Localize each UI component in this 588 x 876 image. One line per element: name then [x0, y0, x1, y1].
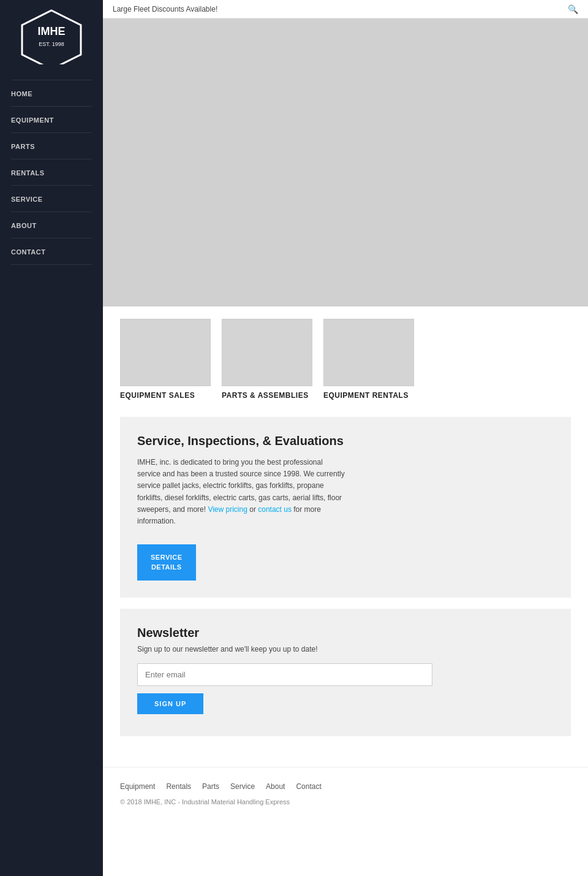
contact-us-link[interactable]: contact us — [258, 505, 292, 514]
svg-text:IMHE: IMHE — [38, 25, 66, 37]
footer-link-about[interactable]: About — [266, 782, 285, 791]
email-input[interactable] — [137, 663, 432, 686]
sidebar-item-about[interactable]: ABOUT — [11, 212, 92, 238]
card-label-equipment-rentals: EQUIPMENT RENTALS — [323, 391, 414, 400]
copyright: © 2018 IMHE, INC - Industrial Material H… — [120, 798, 290, 806]
newsletter-title: Newsletter — [137, 626, 554, 640]
sidebar-item-parts[interactable]: PARTS — [11, 133, 92, 159]
service-section: Service, Inspections, & Evaluations IMHE… — [120, 417, 571, 598]
footer-link-equipment[interactable]: Equipment — [120, 782, 155, 791]
sidebar-item-rentals[interactable]: RENTALS — [11, 159, 92, 186]
card-image-parts-assemblies — [222, 319, 312, 386]
service-or: or — [247, 505, 258, 514]
sidebar-nav: HOME EQUIPMENT PARTS RENTALS SERVICE ABO… — [0, 80, 103, 265]
search-icon: 🔍 — [568, 4, 578, 14]
topbar: Large Fleet Discounts Available! 🔍 — [103, 0, 588, 18]
footer-link-parts[interactable]: Parts — [202, 782, 219, 791]
card-label-equipment-sales: EQUIPMENT SALES — [120, 391, 211, 400]
svg-text:EST. 1998: EST. 1998 — [39, 41, 64, 47]
footer-link-rentals[interactable]: Rentals — [166, 782, 191, 791]
signup-button[interactable]: SIGN UP — [137, 693, 203, 714]
sidebar: IMHE EST. 1998 HOME EQUIPMENT PARTS RENT… — [0, 0, 103, 876]
card-equipment-sales[interactable]: EQUIPMENT SALES — [120, 319, 211, 400]
cards-section: EQUIPMENT SALES PARTS & ASSEMBLIES EQUIP… — [103, 307, 588, 406]
card-image-equipment-rentals — [323, 319, 414, 386]
search-button[interactable]: 🔍 — [568, 4, 578, 14]
logo[interactable]: IMHE EST. 1998 — [18, 12, 85, 61]
hero-image — [103, 18, 588, 307]
main-content: Large Fleet Discounts Available! 🔍 EQUIP… — [103, 0, 588, 876]
footer-links: Equipment Rentals Parts Service About Co… — [120, 782, 571, 791]
card-image-equipment-sales — [120, 319, 211, 386]
svg-marker-0 — [22, 10, 81, 64]
footer: Equipment Rentals Parts Service About Co… — [103, 767, 588, 817]
card-parts-assemblies[interactable]: PARTS & ASSEMBLIES — [222, 319, 312, 400]
card-label-parts-assemblies: PARTS & ASSEMBLIES — [222, 391, 312, 400]
sidebar-item-service[interactable]: SERVICE — [11, 186, 92, 212]
service-description: IMHE, inc. is dedicated to bring you the… — [137, 457, 345, 527]
newsletter-section: Newsletter Sign up to our newsletter and… — [120, 609, 571, 736]
view-pricing-link[interactable]: View pricing — [208, 505, 247, 514]
service-title: Service, Inspections, & Evaluations — [137, 434, 554, 448]
sidebar-item-home[interactable]: HOME — [11, 80, 92, 107]
footer-link-service[interactable]: Service — [230, 782, 255, 791]
card-equipment-rentals[interactable]: EQUIPMENT RENTALS — [323, 319, 414, 400]
announcement-text: Large Fleet Discounts Available! — [113, 5, 217, 13]
service-details-button[interactable]: SERVICEDETAILS — [137, 544, 196, 581]
sidebar-item-equipment[interactable]: EQUIPMENT — [11, 107, 92, 133]
newsletter-description: Sign up to our newsletter and we'll keep… — [137, 645, 554, 653]
sidebar-item-contact[interactable]: CONTACT — [11, 238, 92, 265]
footer-link-contact[interactable]: Contact — [296, 782, 321, 791]
